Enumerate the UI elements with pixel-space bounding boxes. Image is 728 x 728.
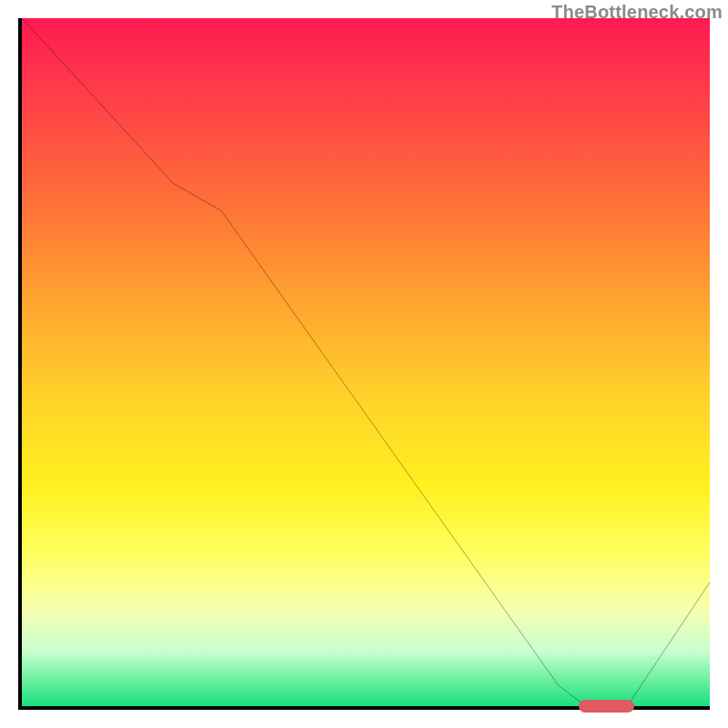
bottleneck-chart <box>18 18 710 710</box>
bottleneck-curve <box>22 18 710 706</box>
watermark: TheBottleneck.com <box>551 2 723 23</box>
optimal-range-marker <box>579 700 633 713</box>
